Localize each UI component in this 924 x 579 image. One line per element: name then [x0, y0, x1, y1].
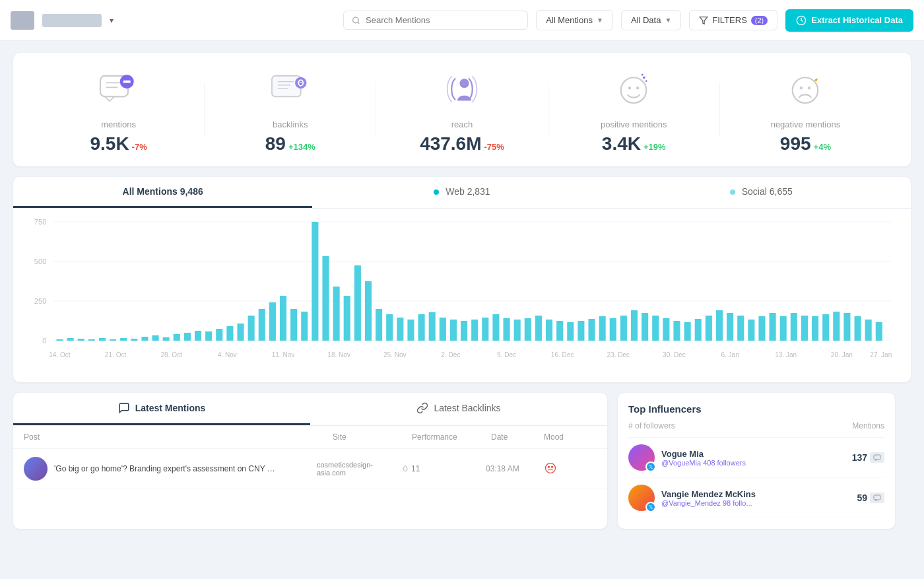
mentions-backlinks-tabs: Latest Mentions Latest Backlinks [13, 393, 607, 426]
svg-rect-48 [184, 333, 191, 341]
col-site: Site [333, 432, 412, 442]
stat-mentions: mentions 9.5K -7% [33, 66, 204, 153]
svg-rect-94 [673, 321, 680, 341]
all-mentions-tab-label: All Mentions 9,486 [123, 186, 203, 197]
backlinks-label: backlinks [273, 119, 308, 129]
svg-text:21. Oct: 21. Oct [105, 351, 127, 358]
positive-mentions-icon [610, 66, 657, 114]
tab-all-mentions[interactable]: All Mentions 9,486 [13, 177, 312, 208]
svg-text:16. Dec: 16. Dec [551, 351, 574, 358]
filters-button[interactable]: FILTERS (2) [689, 10, 777, 30]
vogue-mia-name: Vogue Mia [661, 449, 845, 459]
svg-point-19 [621, 78, 647, 104]
reach-change: -75% [484, 143, 504, 151]
svg-text:6. Jan: 6. Jan [721, 351, 739, 358]
col-performance: Performance [412, 432, 491, 442]
svg-rect-54 [248, 316, 255, 341]
fire-icon [401, 465, 409, 473]
svg-rect-107 [812, 316, 818, 341]
svg-rect-39 [88, 339, 95, 341]
extract-historical-button[interactable]: Extract Historical Data [785, 9, 913, 32]
svg-rect-52 [226, 326, 233, 341]
svg-rect-90 [631, 310, 638, 341]
backlinks-change: +134% [288, 143, 315, 151]
svg-rect-47 [174, 334, 180, 341]
reach-value: 437.6M -75% [420, 135, 504, 153]
all-data-dropdown[interactable]: All Data ▼ [621, 10, 681, 30]
svg-text:14. Oct: 14. Oct [49, 351, 71, 358]
brand-dropdown[interactable]: ▾ [110, 16, 114, 25]
main-content: mentions 9.5K -7% back [0, 41, 924, 541]
post-content: 'Go big or go home'? Branding expert's a… [24, 457, 312, 481]
bottom-row: Latest Mentions Latest Backlinks Post Si… [13, 393, 911, 529]
svg-point-23 [645, 80, 647, 82]
svg-rect-109 [833, 312, 840, 341]
reach-icon [439, 66, 485, 114]
svg-rect-67 [386, 314, 393, 341]
svg-point-20 [628, 86, 631, 89]
tab-latest-mentions[interactable]: Latest Mentions [13, 393, 310, 425]
svg-rect-92 [652, 316, 659, 341]
reach-label: reach [451, 119, 473, 129]
brand-placeholder [42, 14, 102, 27]
tab-social[interactable]: Social 6,655 [612, 177, 911, 208]
svg-rect-95 [684, 322, 691, 341]
svg-rect-102 [758, 316, 765, 341]
svg-rect-66 [376, 309, 382, 341]
svg-rect-106 [801, 316, 808, 341]
twitter-badge-2: 𝕏 [645, 502, 656, 512]
svg-rect-53 [237, 324, 244, 341]
svg-text:2. Dec: 2. Dec [441, 351, 460, 358]
svg-rect-78 [504, 318, 510, 341]
svg-rect-56 [269, 302, 276, 341]
svg-rect-111 [855, 316, 861, 341]
svg-point-27 [808, 86, 810, 89]
web-tab-label: Web 2,831 [446, 186, 490, 197]
svg-rect-59 [301, 312, 308, 341]
svg-rect-89 [620, 316, 627, 341]
latest-backlinks-label: Latest Backlinks [434, 403, 500, 413]
all-mentions-label: All Mentions [546, 15, 593, 25]
all-mentions-dropdown[interactable]: All Mentions ▼ [536, 10, 613, 30]
mentions-col-label: Mentions [852, 421, 884, 430]
svg-rect-55 [259, 309, 265, 341]
tab-web[interactable]: Web 2,831 [312, 177, 611, 208]
logo-placeholder [11, 11, 34, 30]
table-header: Post Site Performance Date Mood [13, 426, 607, 449]
svg-rect-43 [131, 339, 137, 341]
svg-rect-57 [280, 296, 286, 341]
positive-label: positive mentions [601, 119, 667, 129]
positive-change: +19% [644, 143, 666, 151]
svg-point-132 [552, 466, 553, 467]
stat-reach: reach 437.6M -75% [376, 66, 547, 153]
svg-rect-86 [588, 319, 595, 341]
svg-rect-60 [312, 222, 318, 341]
filters-label: FILTERS [712, 15, 747, 25]
influencer-item-vogue-mia: 𝕏 Vogue Mia @VogueMia 408 followers 137 [628, 438, 884, 478]
search-input[interactable] [366, 15, 519, 25]
stat-negative-mentions: negative mentions 995 +4% [720, 66, 891, 153]
svg-rect-45 [152, 335, 159, 341]
svg-text:28. Oct: 28. Oct [161, 351, 183, 358]
svg-rect-51 [216, 329, 222, 341]
negative-label: negative mentions [771, 119, 841, 129]
tab-latest-backlinks[interactable]: Latest Backlinks [310, 393, 607, 425]
svg-point-25 [793, 78, 818, 104]
vogue-mia-info: Vogue Mia @VogueMia 408 followers [661, 449, 845, 467]
svg-marker-7 [105, 96, 114, 101]
filter-icon [699, 16, 708, 25]
mentions-count-icon [870, 452, 884, 463]
mentions-icon [96, 66, 142, 114]
svg-rect-73 [450, 320, 457, 341]
svg-rect-70 [418, 314, 425, 341]
svg-point-130 [546, 463, 556, 473]
negative-mentions-icon [782, 66, 828, 114]
svg-point-11 [127, 80, 130, 83]
chevron-down-icon: ▾ [110, 16, 114, 25]
mentions-backlinks-card: Latest Mentions Latest Backlinks Post Si… [13, 393, 607, 529]
all-data-label: All Data [631, 15, 661, 25]
svg-rect-101 [748, 320, 754, 341]
svg-rect-76 [482, 318, 488, 341]
svg-rect-68 [397, 318, 403, 341]
svg-rect-104 [780, 316, 787, 341]
